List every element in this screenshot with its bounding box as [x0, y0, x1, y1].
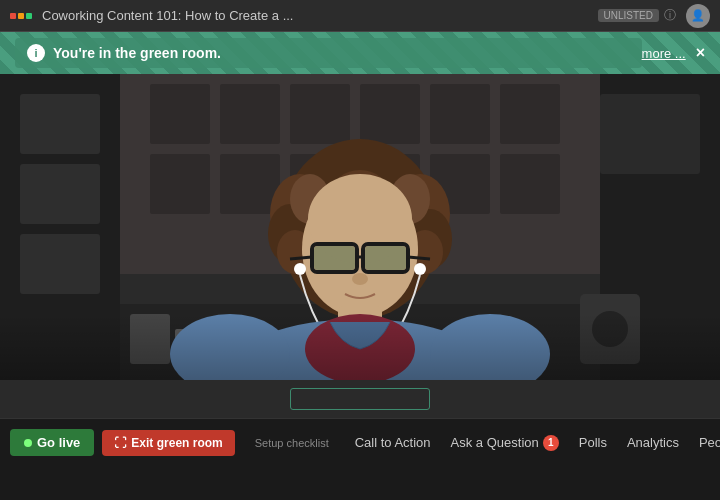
setup-checklist-label[interactable]: Setup checklist — [255, 437, 329, 449]
svg-rect-6 — [600, 94, 700, 174]
svg-rect-9 — [220, 84, 280, 144]
green-room-info-icon: i — [27, 44, 45, 62]
svg-rect-13 — [500, 84, 560, 144]
green-room-banner: i You're in the green room. more ... × — [0, 32, 720, 74]
live-dot — [24, 439, 32, 447]
svg-point-45 — [294, 263, 306, 275]
svg-line-42 — [290, 257, 312, 259]
speaker-input-bar — [0, 380, 720, 418]
svg-rect-19 — [500, 154, 560, 214]
video-visual — [0, 74, 720, 380]
speaker-input[interactable] — [290, 388, 430, 410]
svg-rect-12 — [430, 84, 490, 144]
video-feed — [0, 74, 720, 380]
app-icon — [10, 13, 32, 19]
exit-icon: ⛶ — [114, 436, 126, 450]
svg-rect-3 — [20, 164, 100, 224]
window-title: Coworking Content 101: How to Create a .… — [42, 8, 598, 23]
green-room-message: You're in the green room. — [53, 45, 221, 61]
svg-line-43 — [408, 257, 430, 259]
info-icon[interactable]: ⓘ — [664, 7, 676, 24]
svg-rect-2 — [20, 94, 100, 154]
bottom-bar: Go live ⛶ Exit green room Setup checklis… — [0, 418, 720, 466]
user-avatar[interactable]: 👤 — [686, 4, 710, 28]
exit-green-room-button[interactable]: ⛶ Exit green room — [102, 430, 234, 456]
svg-rect-40 — [314, 246, 355, 270]
title-bar: Coworking Content 101: How to Create a .… — [0, 0, 720, 32]
svg-rect-11 — [360, 84, 420, 144]
svg-rect-4 — [20, 234, 100, 294]
go-live-button[interactable]: Go live — [10, 429, 94, 456]
ask-question-badge: 1 — [543, 435, 559, 451]
unlisted-badge: UNLISTED — [598, 9, 659, 22]
svg-rect-41 — [365, 246, 406, 270]
ask-a-question-button[interactable]: Ask a Question 1 — [445, 431, 565, 455]
svg-point-44 — [352, 273, 368, 285]
svg-point-46 — [414, 263, 426, 275]
svg-rect-10 — [290, 84, 350, 144]
video-area — [0, 74, 720, 380]
svg-rect-8 — [150, 84, 210, 144]
polls-button[interactable]: Polls — [573, 431, 613, 454]
more-button[interactable]: more ... — [642, 46, 686, 61]
green-room-inner: i You're in the green room. — [15, 38, 642, 68]
close-banner-button[interactable]: × — [696, 44, 705, 62]
svg-rect-14 — [150, 154, 210, 214]
svg-rect-52 — [0, 314, 720, 380]
call-to-action-button[interactable]: Call to Action — [349, 431, 437, 454]
people-button[interactable]: People 2 — [693, 431, 720, 455]
analytics-button[interactable]: Analytics — [621, 431, 685, 454]
